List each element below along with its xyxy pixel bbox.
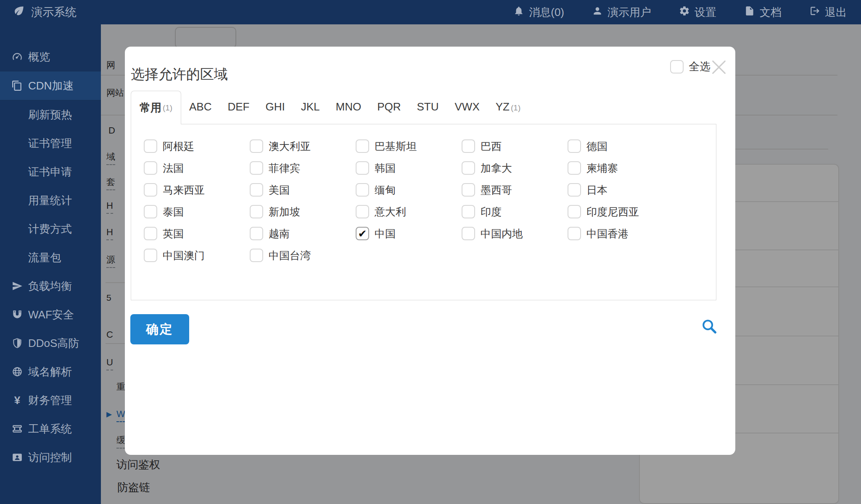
sidebar-item-usage-stats[interactable]: 用量统计	[0, 186, 101, 215]
checkbox-unchecked[interactable]	[356, 139, 369, 153]
checkbox-unchecked[interactable]	[356, 161, 369, 175]
tab-VWX[interactable]: VWX	[455, 100, 480, 124]
region-option-德国[interactable]: 德国	[568, 139, 673, 153]
select-all-toggle[interactable]: 全选	[670, 59, 710, 74]
checkbox-unchecked[interactable]	[250, 205, 263, 218]
checkbox-unchecked[interactable]	[462, 161, 475, 175]
region-option-中国[interactable]: ✔中国	[356, 227, 462, 240]
checkbox-unchecked[interactable]	[250, 183, 263, 197]
region-option-泰国[interactable]: 泰国	[144, 205, 250, 218]
region-option-英国[interactable]: 英国	[144, 227, 250, 240]
region-option-中国香港[interactable]: 中国香港	[568, 227, 673, 240]
sidebar-item-ddos[interactable]: DDoS高防	[0, 329, 101, 357]
region-label: 巴基斯坦	[375, 139, 417, 153]
nav-item-docs[interactable]: 文档	[744, 5, 782, 20]
region-option-阿根廷[interactable]: 阿根廷	[144, 139, 250, 153]
tab-ABC[interactable]: ABC	[189, 100, 211, 124]
tab-常用[interactable]: 常用(1)	[131, 91, 181, 124]
tab-YZ[interactable]: YZ(1)	[496, 100, 520, 124]
close-icon[interactable]	[709, 58, 729, 77]
sidebar-item-label: 计费方式	[28, 222, 72, 236]
region-option-日本[interactable]: 日本	[568, 183, 673, 197]
sidebar-item-cdn[interactable]: CDN加速	[0, 71, 101, 100]
region-option-巴西[interactable]: 巴西	[462, 139, 568, 153]
confirm-button[interactable]: 确定	[130, 314, 189, 344]
checkbox-unchecked[interactable]	[568, 183, 581, 197]
tab-DEF[interactable]: DEF	[227, 100, 249, 124]
modal-title: 选择允许的区域	[131, 65, 735, 84]
checkbox-unchecked[interactable]	[250, 227, 263, 240]
region-option-菲律宾[interactable]: 菲律宾	[250, 161, 356, 175]
checkbox-unchecked[interactable]	[250, 139, 263, 153]
region-option-加拿大[interactable]: 加拿大	[462, 161, 568, 175]
region-label: 法国	[163, 161, 184, 175]
region-option-美国[interactable]: 美国	[250, 183, 356, 197]
sidebar-item-traffic-pack[interactable]: 流量包	[0, 243, 101, 272]
checkbox-unchecked[interactable]	[462, 205, 475, 218]
checkbox-unchecked[interactable]	[462, 183, 475, 197]
select-all-checkbox[interactable]	[670, 60, 684, 74]
checkbox-unchecked[interactable]	[144, 161, 157, 175]
region-option-印度[interactable]: 印度	[462, 205, 568, 218]
region-option-新加坡[interactable]: 新加坡	[250, 205, 356, 218]
checkbox-unchecked[interactable]	[144, 227, 157, 240]
region-option-韩国[interactable]: 韩国	[356, 161, 462, 175]
checkbox-unchecked[interactable]	[144, 205, 157, 218]
tab-label: YZ	[496, 100, 510, 113]
sidebar-item-access-control[interactable]: 访问控制	[0, 443, 101, 472]
sidebar-item-cert-apply[interactable]: 证书申请	[0, 158, 101, 186]
region-option-马来西亚[interactable]: 马来西亚	[144, 183, 250, 197]
sidebar-item-overview[interactable]: 概览	[0, 42, 101, 71]
checkbox-unchecked[interactable]	[568, 227, 581, 240]
sidebar-item-waf[interactable]: WAF安全	[0, 300, 101, 329]
checkbox-unchecked[interactable]	[250, 249, 263, 262]
checkbox-unchecked[interactable]	[568, 139, 581, 153]
search-icon[interactable]	[701, 318, 718, 335]
region-option-巴基斯坦[interactable]: 巴基斯坦	[356, 139, 462, 153]
brand-label: 演示系统	[31, 5, 77, 20]
region-option-柬埔寨[interactable]: 柬埔寨	[568, 161, 673, 175]
checkbox-unchecked[interactable]	[568, 205, 581, 218]
checkbox-unchecked[interactable]	[144, 139, 157, 153]
tab-GHI[interactable]: GHI	[265, 100, 285, 124]
checkbox-unchecked[interactable]	[144, 249, 157, 262]
region-option-越南[interactable]: 越南	[250, 227, 356, 240]
globe-icon	[12, 366, 23, 377]
region-option-法国[interactable]: 法国	[144, 161, 250, 175]
sidebar-item-dns[interactable]: 域名解析	[0, 357, 101, 386]
checkbox-unchecked[interactable]	[356, 205, 369, 218]
tab-MNO[interactable]: MNO	[336, 100, 362, 124]
sidebar-item-billing[interactable]: 计费方式	[0, 215, 101, 243]
tab-JKL[interactable]: JKL	[301, 100, 320, 124]
checkbox-unchecked[interactable]	[462, 139, 475, 153]
checkbox-unchecked[interactable]	[356, 183, 369, 197]
sidebar-item-cert-manage[interactable]: 证书管理	[0, 129, 101, 158]
checkbox-unchecked[interactable]	[462, 227, 475, 240]
region-label: 阿根廷	[163, 139, 194, 153]
checkbox-unchecked[interactable]	[568, 161, 581, 175]
region-option-澳大利亚[interactable]: 澳大利亚	[250, 139, 356, 153]
nav-item-current-user[interactable]: 演示用户	[592, 5, 651, 20]
region-option-中国澳门[interactable]: 中国澳门	[144, 249, 250, 262]
sidebar-item-finance[interactable]: ¥财务管理	[0, 386, 101, 415]
region-option-墨西哥[interactable]: 墨西哥	[462, 183, 568, 197]
sidebar-item-load-balance[interactable]: 负载均衡	[0, 272, 101, 300]
tab-PQR[interactable]: PQR	[377, 100, 401, 124]
nav-item-label: 演示用户	[607, 5, 651, 20]
checkbox-unchecked[interactable]	[250, 161, 263, 175]
region-option-中国内地[interactable]: 中国内地	[462, 227, 568, 240]
region-select-modal: 选择允许的区域 常用(1)ABCDEFGHIJKLMNOPQRSTUVWXYZ(…	[125, 47, 735, 455]
checkbox-unchecked[interactable]	[144, 183, 157, 197]
region-option-缅甸[interactable]: 缅甸	[356, 183, 462, 197]
region-option-印度尼西亚[interactable]: 印度尼西亚	[568, 205, 673, 218]
tab-STU[interactable]: STU	[417, 100, 439, 124]
nav-item-logout[interactable]: 退出	[809, 5, 847, 20]
region-option-中国台湾[interactable]: 中国台湾	[250, 249, 356, 262]
nav-item-settings[interactable]: 设置	[679, 5, 716, 20]
region-option-意大利[interactable]: 意大利	[356, 205, 462, 218]
sidebar-item-tickets[interactable]: 工单系统	[0, 415, 101, 443]
checkbox-checked[interactable]: ✔	[356, 227, 369, 240]
nav-item-messages[interactable]: 消息(0)	[513, 5, 564, 20]
sidebar-item-refresh-preheat[interactable]: 刷新预热	[0, 100, 101, 129]
tab-count: (1)	[163, 103, 172, 113]
